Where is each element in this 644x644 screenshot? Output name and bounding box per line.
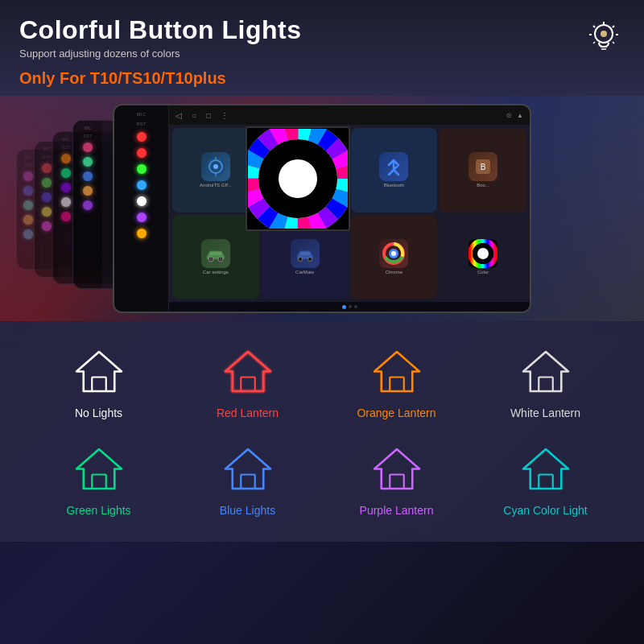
app-boo[interactable]: B Boo...: [440, 128, 526, 213]
app-boo-label: Boo...: [477, 183, 489, 188]
light-white-lantern: White Lantern: [471, 337, 620, 428]
app-bluetooth-label: Bluetooth: [384, 183, 404, 188]
page-indicator: [169, 302, 530, 312]
header-section: Colorful Button Lights Support adjusting…: [0, 0, 644, 96]
mic-label: MIC: [137, 112, 147, 117]
svg-line-5: [613, 26, 614, 27]
svg-point-34: [477, 248, 489, 259]
svg-point-30: [391, 251, 396, 256]
svg-line-4: [593, 26, 595, 27]
svg-point-23: [219, 258, 221, 260]
bulb-icon: [583, 16, 625, 63]
back-icon: ◁: [175, 111, 182, 120]
btn-red: [137, 132, 147, 142]
svg-point-22: [209, 258, 212, 260]
page-subtitle: Support adjusting dozens of colors: [19, 47, 301, 60]
page-container: Colorful Button Lights Support adjusting…: [0, 0, 644, 644]
svg-point-26: [308, 257, 312, 261]
lights-row-1: No Lights Red Lantern: [24, 337, 620, 428]
color-wheel-popup: [246, 126, 350, 231]
btn-red2: [137, 148, 147, 158]
btn-white: [137, 196, 147, 206]
btn-blue: [137, 180, 147, 190]
light-purple-lantern: Purple Lantern: [322, 435, 471, 526]
svg-rect-57: [539, 475, 553, 489]
lights-row-2: Green Lights Blue Lights Purple Lantern: [24, 435, 620, 526]
light-green-lights: Green Lights: [24, 435, 173, 526]
nav-icons: ◁ ○ □ ⋮: [175, 111, 229, 120]
app-chrome-label: Chrome: [386, 270, 402, 275]
svg-point-25: [298, 257, 302, 261]
menu-icon: ⋮: [221, 111, 229, 120]
svg-text:B: B: [481, 163, 486, 171]
svg-point-49: [279, 159, 317, 198]
light-red-lantern: Red Lantern: [173, 337, 322, 428]
button-panel: MIC RST: [114, 105, 169, 312]
light-blue-lights: Blue Lights: [173, 435, 322, 526]
dot-2: [354, 305, 357, 308]
light-blue-label: Blue Lights: [220, 503, 275, 518]
light-green-label: Green Lights: [66, 503, 130, 518]
svg-rect-54: [92, 475, 106, 489]
svg-line-8: [593, 42, 595, 43]
dot-active: [342, 305, 346, 309]
light-purple-label: Purple Lantern: [360, 503, 434, 518]
svg-rect-56: [390, 475, 404, 489]
main-screen: ◁ ○ □ ⋮ ⊙ ▲: [169, 105, 530, 312]
app-carmate-label: CarMate: [295, 270, 314, 275]
light-no-lights: No Lights: [24, 337, 173, 428]
status-icons: ⊙ ▲: [506, 112, 523, 119]
svg-rect-55: [241, 475, 255, 489]
svg-point-10: [601, 31, 607, 37]
signal-icon: ▲: [517, 112, 523, 119]
page-title: Colorful Button Lights: [19, 16, 301, 44]
light-no-lights-label: No Lights: [75, 406, 122, 420]
compatibility-label: Only For T10/TS10/T10plus: [19, 69, 625, 88]
status-bar: ◁ ○ □ ⋮ ⊙ ▲: [169, 105, 530, 125]
app-androids-label: AndroiTS GP...: [200, 183, 232, 188]
light-red-label: Red Lantern: [217, 406, 279, 420]
lights-section: No Lights Red Lantern: [0, 321, 644, 542]
app-color[interactable]: Color: [440, 215, 526, 299]
light-orange-label: Orange Lantern: [357, 406, 436, 420]
app-chrome[interactable]: Chrome: [351, 215, 438, 299]
btn-purple: [137, 213, 147, 222]
svg-rect-50: [92, 378, 106, 392]
rst-label: RST: [137, 122, 147, 126]
light-cyan-label: Cyan Color Light: [503, 503, 587, 518]
device-section: MIC RST MIC RST MIC: [0, 96, 644, 321]
svg-point-13: [213, 164, 218, 169]
location-icon: ⊙: [506, 112, 512, 119]
svg-rect-52: [390, 378, 404, 392]
app-car-settings-label: Car settings: [203, 270, 229, 275]
app-bluetooth[interactable]: Bluetooth: [351, 128, 438, 213]
svg-rect-53: [539, 378, 553, 392]
light-white-label: White Lantern: [510, 406, 580, 420]
recents-icon: □: [206, 111, 211, 120]
light-cyan-color: Cyan Color Light: [471, 435, 620, 526]
btn-green: [137, 164, 147, 174]
svg-line-9: [613, 42, 614, 43]
app-color-label: Color: [477, 270, 489, 275]
title-group: Colorful Button Lights Support adjusting…: [19, 16, 301, 60]
light-orange-lantern: Orange Lantern: [322, 337, 471, 428]
btn-orange: [137, 229, 147, 238]
svg-rect-51: [241, 378, 255, 392]
device-front: MIC RST ◁ ○ □ ⋮: [113, 104, 531, 313]
home-icon: ○: [192, 111, 196, 120]
dot-1: [349, 305, 352, 308]
